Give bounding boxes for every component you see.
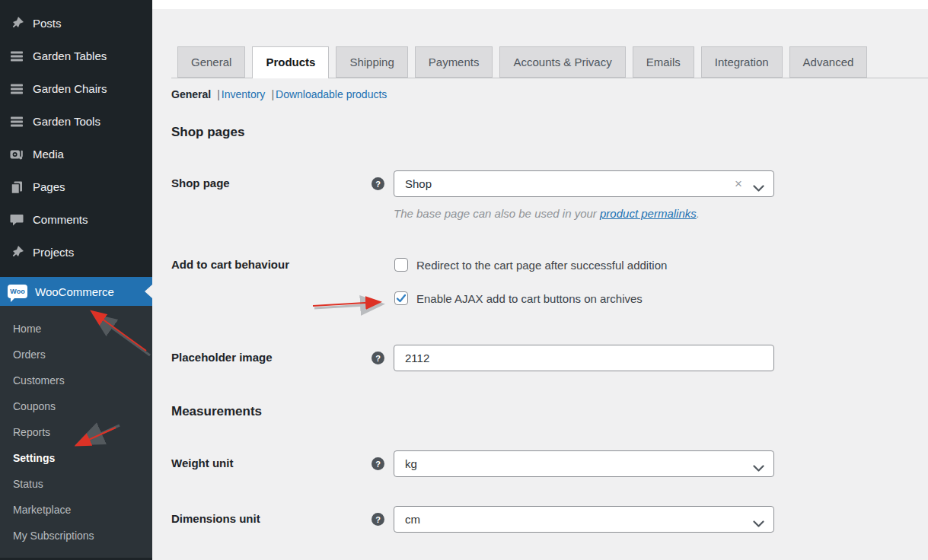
media-icon xyxy=(8,146,24,162)
list-icon xyxy=(8,81,24,97)
placeholder-image-row: Placeholder image ? xyxy=(171,345,928,371)
tab-products[interactable]: Products xyxy=(252,46,329,78)
ajax-add-to-cart-checkbox[interactable] xyxy=(394,291,408,305)
subnav-general[interactable]: General xyxy=(171,88,211,100)
tab-shipping[interactable]: Shipping xyxy=(336,46,407,78)
tab-advanced[interactable]: Advanced xyxy=(789,46,868,78)
sidebar-item-label: Projects xyxy=(33,246,74,259)
measurements-heading: Measurements xyxy=(171,404,928,419)
submenu-item-my-subscriptions[interactable]: My Subscriptions xyxy=(0,523,152,549)
woocommerce-submenu: Home Orders Customers Coupons Reports Se… xyxy=(0,306,152,558)
shop-page-label: Shop page xyxy=(171,170,372,189)
subnav-inventory[interactable]: Inventory xyxy=(222,88,266,100)
top-spacer xyxy=(152,0,928,9)
subnav-separator: | xyxy=(217,88,220,100)
sidebar-item-woocommerce[interactable]: Woo WooCommerce xyxy=(0,277,152,306)
admin-sidebar: Posts Garden Tables Garden Chairs Garden… xyxy=(0,0,152,560)
submenu-item-status[interactable]: Status xyxy=(0,471,152,497)
weight-unit-label: Weight unit xyxy=(171,450,372,469)
sidebar-item-projects[interactable]: Projects xyxy=(0,236,152,269)
sidebar-item-label: Comments xyxy=(33,213,88,226)
description-text: The base page can also be used in your xyxy=(394,207,600,220)
weight-unit-select-value: kg xyxy=(405,457,417,470)
submenu-item-customers[interactable]: Customers xyxy=(0,368,152,393)
shop-page-select[interactable]: Shop × xyxy=(394,170,774,197)
sidebar-item-label: Garden Tables xyxy=(33,49,107,62)
sidebar-item-label: Posts xyxy=(33,17,62,30)
tab-general[interactable]: General xyxy=(177,46,245,78)
weight-unit-row: Weight unit ? kg xyxy=(171,450,928,477)
help-icon[interactable]: ? xyxy=(372,513,384,526)
sidebar-item-garden-tools[interactable]: Garden Tools xyxy=(0,105,152,138)
chevron-down-icon xyxy=(753,517,764,530)
woocommerce-icon-text: Woo xyxy=(10,288,24,295)
settings-content: General Products Shipping Payments Accou… xyxy=(152,0,928,560)
shop-page-description: The base page can also be used in your p… xyxy=(394,207,774,220)
list-icon xyxy=(8,113,24,129)
chevron-down-icon xyxy=(753,461,764,474)
sidebar-item-label: Media xyxy=(33,148,64,161)
tab-payments[interactable]: Payments xyxy=(415,46,493,78)
list-icon xyxy=(8,48,24,64)
clear-selection-icon[interactable]: × xyxy=(735,177,742,192)
redirect-cart-checkbox[interactable] xyxy=(394,258,408,272)
add-to-cart-row: Add to cart behaviour Redirect to the ca… xyxy=(171,258,928,305)
redirect-cart-checkbox-label[interactable]: Redirect to the cart page after successf… xyxy=(416,259,667,272)
submenu-item-marketplace[interactable]: Marketplace xyxy=(0,497,152,523)
submenu-item-settings[interactable]: Settings xyxy=(0,445,152,471)
redirect-cart-option: Redirect to the cart page after successf… xyxy=(394,258,752,272)
add-to-cart-label: Add to cart behaviour xyxy=(171,258,372,271)
submenu-item-orders[interactable]: Orders xyxy=(0,342,152,368)
dimensions-unit-row: Dimensions unit ? cm xyxy=(171,506,928,533)
pages-icon xyxy=(8,179,24,195)
subnav-downloadable-products[interactable]: Downloadable products xyxy=(276,88,387,100)
checkmark-icon xyxy=(396,293,407,304)
submenu-item-home[interactable]: Home xyxy=(0,316,152,342)
help-icon[interactable]: ? xyxy=(372,457,384,470)
placeholder-image-input[interactable] xyxy=(394,345,774,371)
pin-icon xyxy=(8,15,24,31)
chevron-down-icon xyxy=(753,181,764,194)
description-period: . xyxy=(697,207,700,220)
weight-unit-select[interactable]: kg xyxy=(394,450,774,477)
sidebar-item-garden-tables[interactable]: Garden Tables xyxy=(0,40,152,72)
placeholder-image-label: Placeholder image xyxy=(171,345,372,364)
ajax-add-to-cart-option: Enable AJAX add to cart buttons on archi… xyxy=(394,291,752,305)
ajax-add-to-cart-checkbox-label[interactable]: Enable AJAX add to cart buttons on archi… xyxy=(416,292,643,305)
tab-integration[interactable]: Integration xyxy=(701,46,783,78)
woocommerce-icon: Woo xyxy=(8,285,27,298)
sidebar-item-label: WooCommerce xyxy=(35,285,114,298)
tab-emails[interactable]: Emails xyxy=(633,46,694,78)
tab-accounts-privacy[interactable]: Accounts & Privacy xyxy=(499,46,625,78)
shop-pages-heading: Shop pages xyxy=(171,125,928,140)
help-icon[interactable]: ? xyxy=(372,177,384,190)
products-subnav: General|Inventory|Downloadable products xyxy=(171,88,928,100)
admin-menu: Posts Garden Tables Garden Chairs Garden… xyxy=(0,0,152,269)
sidebar-item-label: Garden Chairs xyxy=(33,82,107,95)
dimensions-unit-label: Dimensions unit xyxy=(171,506,372,525)
submenu-item-coupons[interactable]: Coupons xyxy=(0,393,152,419)
sidebar-item-label: Garden Tools xyxy=(33,115,100,128)
help-icon[interactable]: ? xyxy=(372,352,384,364)
shop-page-row: Shop page ? Shop × The base page can als… xyxy=(171,170,928,220)
product-permalinks-link[interactable]: product permalinks xyxy=(600,207,697,220)
sidebar-item-garden-chairs[interactable]: Garden Chairs xyxy=(0,72,152,105)
dimensions-unit-select[interactable]: cm xyxy=(394,506,774,533)
settings-tabs: General Products Shipping Payments Accou… xyxy=(171,9,928,78)
active-menu-pointer xyxy=(145,285,152,298)
sidebar-item-label: Pages xyxy=(33,180,65,193)
sidebar-item-comments[interactable]: Comments xyxy=(0,203,152,236)
comment-icon xyxy=(8,212,24,228)
sidebar-item-pages[interactable]: Pages xyxy=(0,170,152,203)
sidebar-item-media[interactable]: Media xyxy=(0,138,152,170)
submenu-item-reports[interactable]: Reports xyxy=(0,419,152,445)
sidebar-item-posts[interactable]: Posts xyxy=(0,7,152,40)
subnav-separator: | xyxy=(271,88,274,100)
dimensions-unit-select-value: cm xyxy=(405,513,420,526)
pin-icon xyxy=(8,244,24,260)
shop-page-select-value: Shop xyxy=(405,177,432,190)
